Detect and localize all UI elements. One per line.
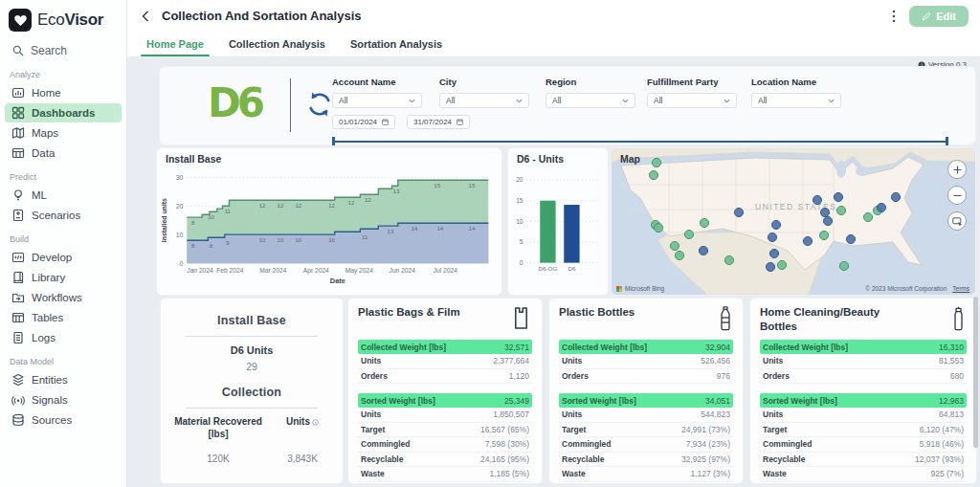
filter-label: Location Name	[751, 77, 847, 87]
sorted-weight-row: Sorted Weight [lbs]12,963	[760, 393, 967, 408]
tables-icon	[11, 311, 25, 324]
lightbulb-icon	[11, 188, 25, 202]
data-table-icon	[11, 146, 25, 160]
metric-row: Units526,456	[559, 354, 733, 369]
date-to-input[interactable]: 31/07/2024	[407, 115, 470, 129]
sidebar-item-dashboards[interactable]: Dashboards	[5, 103, 122, 122]
filter-account-name-select[interactable]: All	[332, 93, 422, 108]
sidebar-item-sources[interactable]: Sources	[5, 410, 122, 430]
content-scrollbar[interactable]	[973, 297, 978, 448]
sidebar-item-entities[interactable]: Entities	[5, 370, 122, 389]
filter-city-select[interactable]: All	[439, 93, 529, 108]
header-actions: Edit	[890, 6, 969, 27]
sidebar-item-data[interactable]: Data	[5, 144, 122, 163]
map-terms-link[interactable]: Terms	[952, 285, 969, 292]
svg-text:Jul 2024: Jul 2024	[434, 267, 457, 274]
svg-text:15: 15	[434, 183, 440, 188]
filter-account-name: Account Name All	[332, 77, 428, 108]
plastic-bag-icon	[512, 306, 530, 330]
metric-row: Waste1,127 (3%)	[559, 467, 733, 482]
sidebar-item-maps[interactable]: Maps	[5, 123, 122, 143]
sidebar-section-data-model: Data Model	[0, 348, 126, 369]
tab-home-page[interactable]: Home Page	[134, 32, 216, 56]
svg-text:Installed units: Installed units	[161, 198, 167, 242]
units-value: 3,843K	[274, 454, 331, 464]
filter-fulfillment-party-select[interactable]: All	[647, 93, 737, 108]
sidebar-item-label: Maps	[32, 127, 58, 139]
divider	[186, 336, 318, 337]
map-zoom-out-button[interactable]	[947, 186, 967, 205]
collection-section-title: Collection	[161, 386, 343, 399]
svg-text:12: 12	[295, 203, 301, 209]
svg-text:Mar 2024: Mar 2024	[259, 267, 286, 274]
sidebar-item-workflows[interactable]: Workflows	[5, 288, 122, 307]
sidebar-item-label: Tables	[32, 312, 63, 323]
sidebar-item-label: Signals	[32, 394, 68, 406]
filter-region: Region All	[546, 77, 641, 108]
sidebar-item-label: Home	[32, 87, 61, 99]
metric-row: Units81,553	[760, 354, 967, 369]
map-zoom-in-button[interactable]	[947, 160, 967, 179]
report-canvas: i Version 0.3 D6 Account Name All City A…	[127, 57, 980, 487]
svg-text:10: 10	[259, 237, 266, 243]
tab-collection-analysis[interactable]: Collection Analysis	[216, 32, 338, 56]
svg-text:May 2024: May 2024	[345, 267, 373, 275]
tab-label: Collection Analysis	[229, 38, 325, 50]
svg-text:12: 12	[365, 197, 371, 203]
summary-card: Install Base D6 Units 29 Collection Mate…	[161, 299, 343, 483]
filter-region-select[interactable]: All	[546, 93, 635, 108]
sidebar: EcoVisor Search Analyze Home Dashboards …	[0, 0, 127, 487]
metric-row: Orders1,120	[358, 369, 532, 385]
chevron-down-icon	[724, 99, 730, 103]
metric-row: Waste925 (7%)	[760, 467, 967, 482]
sidebar-item-logs[interactable]: Logs	[5, 328, 122, 347]
refresh-button[interactable]	[305, 90, 334, 119]
sidebar-item-label: Entities	[32, 374, 68, 386]
filter-value: All	[339, 96, 347, 105]
svg-text:12: 12	[348, 200, 355, 206]
signal-broadcast-icon	[11, 393, 25, 407]
sidebar-item-home[interactable]: Home	[5, 83, 122, 102]
svg-text:14: 14	[437, 226, 444, 232]
app-logo-text: EcoVisor	[37, 11, 103, 30]
map-panel[interactable]: Map UNITED STATES Microsoft Bing © 202	[612, 148, 975, 295]
svg-text:11: 11	[362, 234, 368, 240]
install-base-section-title: Install Base	[161, 314, 343, 327]
calendar-icon	[457, 119, 463, 125]
svg-text:10: 10	[516, 218, 523, 225]
edit-button[interactable]: Edit	[909, 6, 969, 27]
slider-handle-right[interactable]	[946, 137, 948, 145]
sidebar-item-scenarios[interactable]: Scenarios	[5, 206, 122, 225]
map-canvas[interactable]: UNITED STATES	[612, 148, 975, 295]
sidebar-item-signals[interactable]: Signals	[5, 390, 122, 410]
app-logo-heart-icon	[9, 9, 32, 32]
svg-text:Jan 2024: Jan 2024	[187, 267, 213, 274]
sidebar-item-ml[interactable]: ML	[5, 186, 122, 205]
kebab-menu-icon[interactable]	[890, 8, 898, 25]
sidebar-item-library[interactable]: Library	[5, 268, 122, 287]
date-from-input[interactable]: 01/01/2024	[332, 115, 395, 129]
sidebar-item-develop[interactable]: Develop	[5, 248, 122, 267]
collected-weight-row: Collected Weight [lbs]16,310	[760, 340, 967, 354]
back-button[interactable]	[142, 11, 149, 22]
scenarios-doc-icon	[11, 209, 25, 222]
slider-handle-left[interactable]	[332, 137, 335, 145]
sidebar-section-predict: Predict	[0, 164, 126, 185]
filter-location-name-select[interactable]: All	[751, 93, 841, 108]
date-range-slider[interactable]	[332, 137, 948, 145]
report-tabs: Home Page Collection Analysis Sortation …	[127, 32, 980, 57]
filter-fulfillment-party: Fulfillment Party All	[647, 77, 743, 108]
app-logo: EcoVisor	[0, 7, 126, 40]
filter-value: All	[758, 96, 767, 105]
metric-row: Units64,813	[760, 408, 967, 423]
sidebar-item-label: Scenarios	[32, 210, 80, 221]
lake-erie	[856, 166, 869, 176]
metric-row: Commingled5,918 (46%)	[760, 437, 967, 453]
map-title: Map	[612, 148, 640, 165]
filter-label: Region	[546, 77, 641, 87]
tab-sortation-analysis[interactable]: Sortation Analysis	[338, 32, 455, 56]
sidebar-item-label: Logs	[32, 332, 56, 343]
sidebar-item-tables[interactable]: Tables	[5, 308, 122, 327]
sidebar-search[interactable]: Search	[0, 40, 126, 61]
map-pan-button[interactable]	[947, 211, 967, 231]
